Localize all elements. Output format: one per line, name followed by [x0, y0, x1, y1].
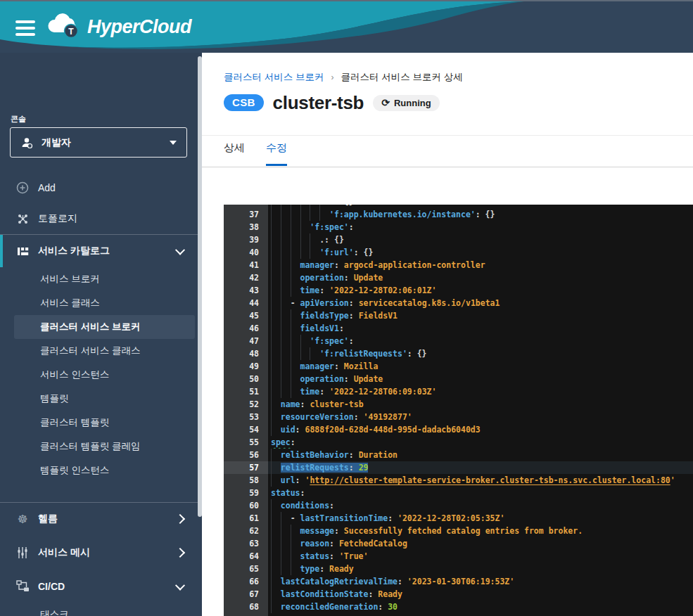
sidebar-item-label: Add: [38, 182, 56, 193]
code-text[interactable]: relistBehavior: Duration: [268, 449, 693, 461]
line-number: 46: [224, 322, 268, 335]
code-line[interactable]: 61- lastTransitionTime: '2022-12-28T02:0…: [224, 512, 693, 525]
code-line[interactable]: 60conditions:: [224, 499, 693, 512]
code-text[interactable]: manager: Mozilla: [268, 360, 693, 373]
code-text[interactable]: .: {}: [268, 233, 693, 246]
code-text[interactable]: type: Ready: [268, 563, 693, 575]
code-line[interactable]: 48'f:relistRequests': {}: [224, 347, 693, 360]
code-line[interactable]: 66lastCatalogRetrievalTime: '2023-01-30T…: [224, 575, 693, 588]
code-line[interactable]: 56relistBehavior: Duration: [224, 449, 693, 461]
code-line[interactable]: 39.: {}: [224, 233, 693, 246]
code-line[interactable]: 46fieldsV1:: [224, 322, 693, 335]
code-line[interactable]: 37'f:app.kubernetes.io/instance': {}: [224, 208, 693, 221]
code-line[interactable]: 57relistRequests: 29: [224, 461, 693, 474]
code-text[interactable]: uid: 6888f20d-628d-448d-995d-dadacb6040d…: [268, 423, 693, 436]
sidebar-section-헬름[interactable]: ☸헬름: [0, 502, 202, 535]
code-text[interactable]: resourceVersion: '49192877': [268, 411, 693, 423]
code-text[interactable]: lastConditionState: Ready: [268, 588, 693, 601]
indent-guide: [271, 411, 281, 423]
tab-details[interactable]: 상세: [224, 141, 245, 166]
sidebar-section-ci-cd[interactable]: CI/CD: [0, 570, 202, 603]
code-line[interactable]: 51time: '2022-12-28T06:09:03Z': [224, 385, 693, 398]
code-line[interactable]: 49manager: Mozilla: [224, 360, 693, 373]
hamburger-menu-icon[interactable]: [15, 20, 35, 36]
code-line[interactable]: 42operation: Update: [224, 271, 693, 284]
code-text[interactable]: manager: argocd-application-controller: [268, 259, 693, 271]
code-text[interactable]: 'f:url': {}: [268, 246, 693, 259]
code-text[interactable]: operation: Update: [268, 271, 693, 284]
line-number: 68: [224, 601, 268, 613]
code-line[interactable]: 62message: Successfully fetched catalog …: [224, 525, 693, 537]
indent-guide: [271, 563, 300, 575]
code-line[interactable]: 43time: '2022-12-28T02:06:01Z': [224, 284, 693, 297]
code-text[interactable]: spec:: [268, 436, 693, 449]
code-text[interactable]: lastCatalogRetrievalTime: '2023-01-30T06…: [268, 575, 693, 588]
sidebar-item-서비스-클래스[interactable]: 서비스 클래스: [14, 291, 195, 315]
code-text[interactable]: fieldsType: FieldsV1: [268, 309, 693, 322]
yaml-editor[interactable]: 36.: {}37'f:app.kubernetes.io/instance':…: [224, 205, 693, 616]
sidebar-item-템플릿-인스턴스[interactable]: 템플릿 인스턴스: [14, 458, 195, 482]
sidebar-scrollbar[interactable]: [198, 56, 202, 517]
sidebar-item-클러스터-템플릿-클레임[interactable]: 클러스터 템플릿 클레임: [14, 435, 195, 458]
code-line[interactable]: 40'f:url': {}: [224, 246, 693, 259]
indent-guide: [271, 449, 281, 461]
code-text[interactable]: - apiVersion: servicecatalog.k8s.io/v1be…: [268, 297, 693, 309]
code-line[interactable]: 59status:: [224, 487, 693, 499]
code-text[interactable]: url: 'http://cluster-template-service-br…: [268, 474, 693, 487]
sidebar-item-템플릿[interactable]: 템플릿: [14, 387, 195, 411]
code-text[interactable]: 'f:app.kubernetes.io/instance': {}: [268, 208, 693, 221]
code-line[interactable]: 41manager: argocd-application-controller: [224, 259, 693, 271]
code-text[interactable]: operation: Update: [268, 373, 693, 385]
sidebar-item-클러스터-서비스-클래스[interactable]: 클러스터 서비스 클래스: [14, 339, 195, 363]
code-text[interactable]: name: cluster-tsb: [268, 398, 693, 411]
code-text[interactable]: 'f:spec':: [268, 335, 693, 347]
sidebar-item-add[interactable]: Add: [0, 172, 202, 203]
line-number: 49: [224, 360, 268, 373]
code-text[interactable]: status: 'True': [268, 550, 693, 563]
indent-guide: [271, 335, 310, 347]
code-line[interactable]: 50operation: Update: [224, 373, 693, 385]
perspective-dropdown[interactable]: 개발자: [10, 127, 187, 158]
code-text[interactable]: relistRequests: 29: [268, 461, 693, 474]
code-line[interactable]: 45fieldsType: FieldsV1: [224, 309, 693, 322]
code-line[interactable]: 38'f:spec':: [224, 221, 693, 233]
code-text[interactable]: 'f:relistRequests': {}: [268, 347, 693, 360]
sidebar-item-클러스터-서비스-브로커[interactable]: 클러스터 서비스 브로커: [14, 315, 195, 339]
code-text[interactable]: reconciledGeneration: 30: [268, 601, 693, 613]
sidebar-item-클러스터-템플릿[interactable]: 클러스터 템플릿: [14, 411, 195, 435]
code-line[interactable]: 58url: 'http://cluster-template-service-…: [224, 474, 693, 487]
breadcrumb-parent-link[interactable]: 클러스터 서비스 브로커: [224, 71, 324, 84]
code-text[interactable]: reason: FetchedCatalog: [268, 537, 693, 550]
sidebar-item-서비스-브로커[interactable]: 서비스 브로커: [14, 267, 195, 291]
code-text[interactable]: 'f:spec':: [268, 221, 693, 233]
sidebar-section: CI/CD태스크클러스터 태스크태스크 런: [0, 570, 202, 616]
sidebar-section-서비스-메시[interactable]: 서비스 메시: [0, 536, 202, 569]
code-line[interactable]: 44- apiVersion: servicecatalog.k8s.io/v1…: [224, 297, 693, 309]
code-line[interactable]: 55spec:: [224, 436, 693, 449]
code-line[interactable]: 47'f:spec':: [224, 335, 693, 347]
code-line[interactable]: 67lastConditionState: Ready: [224, 588, 693, 601]
code-text[interactable]: message: Successfully fetched catalog en…: [268, 525, 693, 537]
sidebar-section-서비스-카탈로그[interactable]: 서비스 카탈로그: [0, 234, 202, 267]
breadcrumb: 클러스터 서비스 브로커 › 클러스터 서비스 브로커 상세: [224, 71, 463, 84]
code-line[interactable]: 52name: cluster-tsb: [224, 398, 693, 411]
tab-edit[interactable]: 수정: [266, 141, 287, 166]
brand-logo[interactable]: T HyperCloud: [45, 13, 191, 41]
sidebar-item-topology[interactable]: 토폴로지: [0, 203, 202, 234]
sidebar-item-label: 클러스터 서비스 브로커: [40, 321, 141, 333]
code-text[interactable]: time: '2022-12-28T06:09:03Z': [268, 385, 693, 398]
code-text[interactable]: time: '2022-12-28T02:06:01Z': [268, 284, 693, 297]
code-line[interactable]: 53resourceVersion: '49192877': [224, 411, 693, 423]
code-line[interactable]: 54uid: 6888f20d-628d-448d-995d-dadacb604…: [224, 423, 693, 436]
code-text[interactable]: fieldsV1:: [268, 322, 693, 335]
sidebar-item-태스크[interactable]: 태스크: [14, 603, 195, 616]
code-text[interactable]: - lastTransitionTime: '2022-12-28T02:05:…: [268, 512, 693, 525]
code-line[interactable]: 68reconciledGeneration: 30: [224, 601, 693, 613]
code-text[interactable]: status:: [268, 487, 693, 499]
code-line[interactable]: 65type: Ready: [224, 563, 693, 575]
code-line[interactable]: 63reason: FetchedCatalog: [224, 537, 693, 550]
code-line[interactable]: 64status: 'True': [224, 550, 693, 563]
sidebar-item-서비스-인스턴스[interactable]: 서비스 인스턴스: [14, 363, 195, 387]
indent-guide: [271, 221, 310, 233]
code-text[interactable]: conditions:: [268, 499, 693, 512]
